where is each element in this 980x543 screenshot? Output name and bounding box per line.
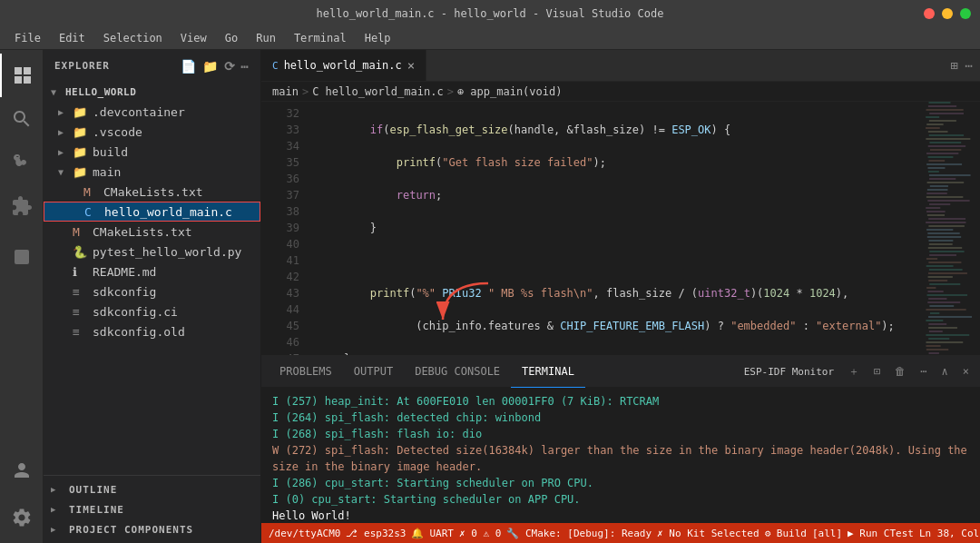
- menu-go[interactable]: Go: [218, 30, 245, 46]
- close-panel-icon[interactable]: ×: [959, 363, 973, 380]
- status-cmake[interactable]: 🔧 CMake: [Debug]: Ready: [506, 528, 652, 539]
- breadcrumb-file[interactable]: C hello_world_main.c: [312, 85, 444, 98]
- tree-root[interactable]: ▼ HELLO_WORLD: [44, 82, 260, 102]
- close-button[interactable]: [924, 8, 935, 19]
- panel-tab-debug-console[interactable]: DEBUG CONSOLE: [404, 356, 511, 388]
- activity-extensions[interactable]: [0, 184, 44, 228]
- tab-hello-world-main[interactable]: C hello_world_main.c ×: [261, 50, 426, 81]
- status-bell-icon[interactable]: 🔔: [411, 528, 424, 539]
- maximize-button[interactable]: [960, 8, 971, 19]
- title-bar: hello_world_main.c - hello_world - Visua…: [0, 0, 980, 27]
- new-folder-icon[interactable]: 📁: [202, 59, 219, 74]
- maximize-panel-icon[interactable]: ∧: [938, 363, 952, 380]
- status-esp32s3[interactable]: ⎇ esp32s3: [346, 528, 406, 539]
- sdkconfig-label: sdkconfig: [93, 285, 260, 299]
- refresh-icon[interactable]: ⟳: [224, 59, 236, 74]
- menu-edit[interactable]: Edit: [52, 30, 93, 46]
- panel-tab-problems[interactable]: PROBLEMS: [269, 356, 343, 388]
- code-content[interactable]: if(esp_flash_get_size(handle, &flash_siz…: [307, 102, 926, 355]
- sdkconfig-old-label: sdkconfig.old: [93, 325, 260, 339]
- panel-tab-output[interactable]: OUTPUT: [343, 356, 404, 388]
- hello-world-main-icon: C: [84, 205, 101, 219]
- status-ln-col[interactable]: Ln 38, Col 85: [919, 528, 980, 539]
- terminal-line-2: I (264) spi_flash: detected chip: winbon…: [272, 410, 969, 426]
- terminal-line-4: W (272) spi_flash: Detected size(16384k)…: [272, 442, 969, 475]
- activity-account[interactable]: [0, 449, 44, 492]
- tree-pytest[interactable]: 🐍 pytest_hello_world.py: [44, 242, 260, 262]
- terminal-content[interactable]: I (257) heap_init: At 600FE010 len 00001…: [261, 388, 980, 523]
- menu-view[interactable]: View: [173, 30, 214, 46]
- menu-bar: File Edit Selection View Go Run Terminal…: [0, 27, 980, 50]
- status-no-kit[interactable]: ✗ No Kit Selected: [657, 528, 760, 539]
- tree-cmakelists-main[interactable]: M CMakeLists.txt: [44, 182, 260, 202]
- activity-settings[interactable]: [0, 496, 44, 539]
- sdkconfig-ci-icon: ≡: [73, 305, 89, 319]
- readme-label: README.md: [93, 265, 260, 279]
- sidebar-timeline[interactable]: ▶ TIMELINE: [44, 499, 260, 519]
- root-arrow: ▼: [51, 87, 65, 97]
- breadcrumb-function[interactable]: ⊕ app_main(void): [457, 85, 563, 98]
- menu-run[interactable]: Run: [249, 30, 283, 46]
- panel-tabs: PROBLEMS OUTPUT DEBUG CONSOLE TERMINAL E…: [261, 356, 980, 388]
- status-run-ctest[interactable]: ▶ Run CTest: [848, 528, 914, 539]
- menu-terminal[interactable]: Terminal: [287, 30, 354, 46]
- tab-bar: C hello_world_main.c × ⊞ ⋯: [261, 50, 980, 82]
- menu-file[interactable]: File: [7, 30, 48, 46]
- breadcrumb-main[interactable]: main: [272, 85, 299, 98]
- status-uart[interactable]: UART: [429, 528, 454, 539]
- kill-terminal-icon[interactable]: 🗑: [891, 363, 909, 380]
- tree-main-folder[interactable]: ▼ 📁 main: [44, 162, 260, 182]
- activity-explorer[interactable]: [0, 54, 44, 97]
- activity-bar: [0, 50, 44, 543]
- status-errors[interactable]: ✗ 0 ⚠ 0: [459, 528, 501, 539]
- breadcrumb-sep2: >: [447, 85, 454, 98]
- tree-vscode[interactable]: ▶ 📁 .vscode: [44, 122, 260, 142]
- tab-close-icon[interactable]: ×: [407, 58, 415, 73]
- status-build[interactable]: ⚙ Build: [765, 528, 807, 539]
- minimize-button[interactable]: [942, 8, 953, 19]
- cmakelists-main-label: CMakeLists.txt: [103, 185, 260, 199]
- main-folder-label: main: [93, 165, 260, 179]
- minimap-canvas: [926, 102, 980, 355]
- root-label: HELLO_WORLD: [65, 86, 136, 98]
- split-terminal-icon[interactable]: ⊡: [870, 363, 884, 380]
- panel-tab-terminal[interactable]: TERMINAL: [511, 356, 585, 388]
- menu-help[interactable]: Help: [358, 30, 398, 46]
- pytest-icon: 🐍: [73, 245, 89, 259]
- readme-icon: ℹ: [73, 265, 89, 279]
- panel: PROBLEMS OUTPUT DEBUG CONSOLE TERMINAL E…: [261, 355, 980, 523]
- cmakelists-root-icon: M: [73, 225, 89, 239]
- vscode-folder-icon: 📁: [73, 125, 89, 139]
- terminal-line-5: I (286) cpu_start: Starting scheduler on…: [272, 475, 969, 491]
- build-arrow: ▶: [58, 147, 73, 157]
- tree-sdkconfig-old[interactable]: ≡ sdkconfig.old: [44, 321, 260, 341]
- more-actions-icon[interactable]: ⋯: [965, 58, 973, 73]
- terminal-line-6: I (0) cpu_start: Starting scheduler on A…: [272, 491, 969, 508]
- tree-sdkconfig-ci[interactable]: ≡ sdkconfig.ci: [44, 301, 260, 321]
- devcontainer-arrow: ▶: [58, 107, 73, 117]
- terminal-line-1: I (257) heap_init: At 600FE010 len 00001…: [272, 393, 969, 410]
- status-port[interactable]: /dev/ttyACM0: [269, 528, 340, 539]
- add-terminal-icon[interactable]: ＋: [845, 362, 863, 381]
- tree-build[interactable]: ▶ 📁 build: [44, 142, 260, 162]
- activity-search[interactable]: [0, 97, 44, 141]
- split-editor-icon[interactable]: ⊞: [950, 58, 957, 73]
- sidebar: Explorer 📄 📁 ⟳ ⋯ ▼ HELLO_WORLD ▶ 📁 .devc…: [44, 50, 261, 543]
- tree-hello-world-main[interactable]: C hello_world_main.c: [44, 202, 260, 222]
- vscode-arrow: ▶: [58, 127, 73, 137]
- new-file-icon[interactable]: 📄: [181, 59, 197, 74]
- sidebar-project-components[interactable]: ▶ PROJECT COMPONENTS: [44, 519, 260, 539]
- status-bar: /dev/ttyACM0 ⎇ esp32s3 🔔 UART ✗ 0 ⚠ 0 🔧 …: [261, 523, 980, 543]
- menu-selection[interactable]: Selection: [96, 30, 170, 46]
- tree-readme[interactable]: ℹ README.md: [44, 262, 260, 281]
- tree-devcontainer[interactable]: ▶ 📁 .devcontainer: [44, 102, 260, 122]
- sidebar-outline[interactable]: ▶ OUTLINE: [44, 479, 260, 499]
- tree-sdkconfig[interactable]: ≡ sdkconfig: [44, 281, 260, 301]
- main-folder-icon: 📁: [73, 165, 89, 179]
- tree-cmakelists-root[interactable]: M CMakeLists.txt: [44, 222, 260, 242]
- status-all[interactable]: [all]: [812, 528, 842, 539]
- collapse-icon[interactable]: ⋯: [241, 59, 250, 74]
- activity-source-control[interactable]: [0, 141, 44, 184]
- more-terminal-icon[interactable]: ⋯: [916, 363, 930, 380]
- activity-idf[interactable]: [0, 235, 44, 279]
